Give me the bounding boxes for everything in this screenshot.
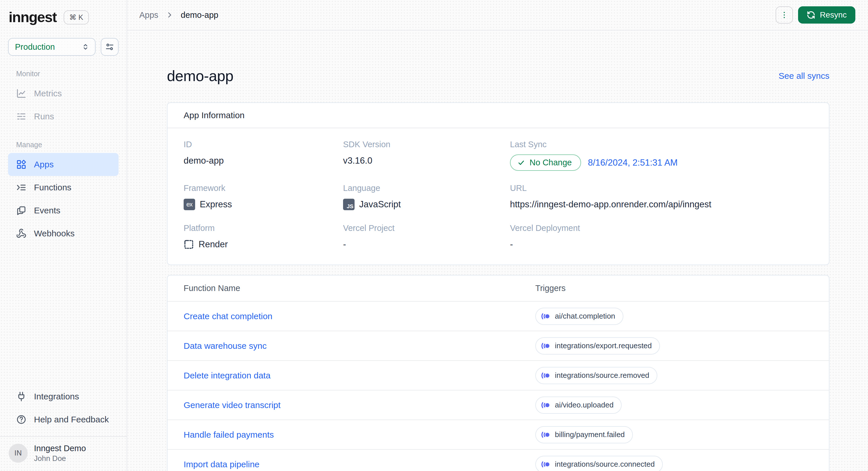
field-vercel-deployment: Vercel Deployment - [510, 224, 813, 251]
trigger-name: billing/payment.failed [555, 430, 625, 439]
field-language: Language JS JavaScript [343, 183, 510, 211]
table-row: Handle failed payments billing/payment.f… [167, 419, 829, 449]
last-sync-time-link[interactable]: 8/16/2024, 2:51:31 AM [588, 158, 678, 168]
field-id: ID demo-app [184, 140, 343, 171]
field-url: URL https://inngest-demo-app.onrender.co… [510, 183, 813, 211]
command-palette-shortcut[interactable]: ⌘ K [64, 10, 89, 25]
help-circle-icon [16, 414, 27, 425]
field-value: demo-app [184, 155, 343, 167]
event-trigger-icon [541, 460, 550, 469]
trigger-name: integrations/source.connected [555, 460, 655, 469]
breadcrumb: Apps demo-app [139, 10, 218, 20]
column-triggers: Triggers [535, 283, 565, 293]
sidebar-item-webhooks[interactable]: Webhooks [8, 222, 119, 245]
apps-category-icon [16, 159, 27, 170]
app-information-header: App Information [167, 103, 829, 128]
sidebar-item-metrics[interactable]: Metrics [8, 82, 119, 105]
event-trigger-icon [541, 371, 550, 380]
field-label: Vercel Project [343, 224, 510, 233]
trigger-name: ai/video.uploaded [555, 401, 614, 409]
sync-status-badge: No Change [510, 155, 581, 171]
sidebar-nav: Monitor Metrics Runs Manage Apps [8, 70, 119, 245]
field-label: Framework [184, 183, 343, 193]
plug-icon [16, 391, 27, 402]
sidebar-item-functions[interactable]: Functions [8, 176, 119, 199]
breadcrumb-current: demo-app [181, 10, 218, 20]
function-link[interactable]: Handle failed payments [184, 430, 274, 439]
see-all-syncs-link[interactable]: See all syncs [778, 71, 830, 81]
trigger-badge: integrations/source.removed [535, 367, 657, 384]
function-link[interactable]: Data warehouse sync [184, 341, 267, 350]
event-trigger-icon [541, 430, 550, 439]
page-content: demo-app See all syncs App Information I… [127, 31, 868, 471]
sync-status-label: No Change [530, 158, 572, 167]
sidebar-item-label: Events [34, 206, 60, 215]
user-org: Inngest Demo [34, 443, 86, 453]
kebab-icon [780, 11, 788, 19]
field-label: SDK Version [343, 140, 510, 149]
field-label: Last Sync [510, 140, 813, 149]
user-name: John Doe [34, 454, 86, 463]
functions-icon [16, 182, 27, 193]
sidebar-item-label: Help and Feedback [34, 415, 109, 425]
breadcrumb-apps[interactable]: Apps [139, 10, 158, 20]
trigger-badge: ai/chat.completion [535, 308, 623, 325]
sidebar-item-label: Webhooks [34, 229, 74, 238]
table-row: Generate video transcript ai/video.uploa… [167, 390, 829, 419]
environment-select[interactable]: Production [8, 38, 96, 56]
functions-table-header: Function Name Triggers [167, 275, 829, 301]
table-row: Create chat completion ai/chat.completio… [167, 301, 829, 331]
function-link[interactable]: Generate video transcript [184, 400, 281, 410]
sidebar-item-label: Functions [34, 182, 71, 192]
sidebar-item-label: Runs [34, 111, 54, 121]
field-platform: Platform Render [184, 224, 343, 251]
express-icon: ex [184, 199, 195, 210]
runs-list-icon [16, 111, 27, 122]
field-label: Platform [184, 224, 343, 233]
column-function-name: Function Name [184, 283, 535, 293]
sidebar-item-apps[interactable]: Apps [8, 153, 119, 176]
sidebar-item-help-feedback[interactable]: Help and Feedback [8, 408, 119, 431]
events-icon [16, 205, 27, 216]
sliders-icon [105, 42, 115, 52]
metrics-chart-icon [16, 88, 27, 99]
trigger-badge: integrations/export.requested [535, 337, 660, 355]
app-url-value: https://inngest-demo-app.onrender.com/ap… [510, 198, 813, 211]
field-framework: Framework ex Express [184, 183, 343, 211]
table-row: Data warehouse sync integrations/export.… [167, 331, 829, 360]
function-link[interactable]: Create chat completion [184, 311, 273, 321]
resync-button[interactable]: Resync [798, 6, 855, 24]
javascript-icon: JS [343, 199, 354, 210]
field-value: Express [200, 199, 232, 210]
sidebar-item-label: Apps [34, 160, 54, 169]
user-menu[interactable]: IN Inngest Demo John Doe [8, 437, 119, 471]
chevron-up-down-icon [81, 42, 90, 51]
avatar: IN [9, 444, 28, 463]
nav-section-manage: Manage [8, 141, 119, 149]
trigger-name: ai/chat.completion [555, 312, 615, 321]
app-actions-menu-button[interactable] [776, 6, 793, 24]
function-link[interactable]: Import data pipeline [184, 460, 259, 469]
resync-button-label: Resync [820, 10, 847, 20]
sidebar: inngest ⌘ K Production Monitor [0, 0, 127, 471]
sidebar-item-label: Integrations [34, 392, 79, 401]
sidebar-footer: Integrations Help and Feedback IN Innges… [8, 385, 119, 471]
field-label: Vercel Deployment [510, 224, 813, 233]
sidebar-item-events[interactable]: Events [8, 199, 119, 222]
sidebar-item-integrations[interactable]: Integrations [8, 385, 119, 408]
field-value: - [343, 238, 510, 251]
field-value: JavaScript [359, 199, 401, 210]
environment-settings-button[interactable] [101, 38, 119, 56]
render-platform-icon [184, 239, 194, 249]
field-value: v3.16.0 [343, 155, 510, 167]
topbar: Apps demo-app Resync [127, 0, 868, 31]
function-link[interactable]: Delete integration data [184, 371, 271, 380]
app-information-card: App Information ID demo-app SDK Version … [167, 102, 830, 265]
sidebar-item-runs[interactable]: Runs [8, 105, 119, 128]
trigger-badge: integrations/source.connected [535, 456, 663, 471]
app-root: inngest ⌘ K Production Monitor [0, 0, 868, 471]
field-label: Language [343, 183, 510, 193]
check-icon [518, 159, 525, 167]
trigger-name: integrations/export.requested [555, 341, 652, 350]
inngest-logo[interactable]: inngest [9, 10, 57, 25]
